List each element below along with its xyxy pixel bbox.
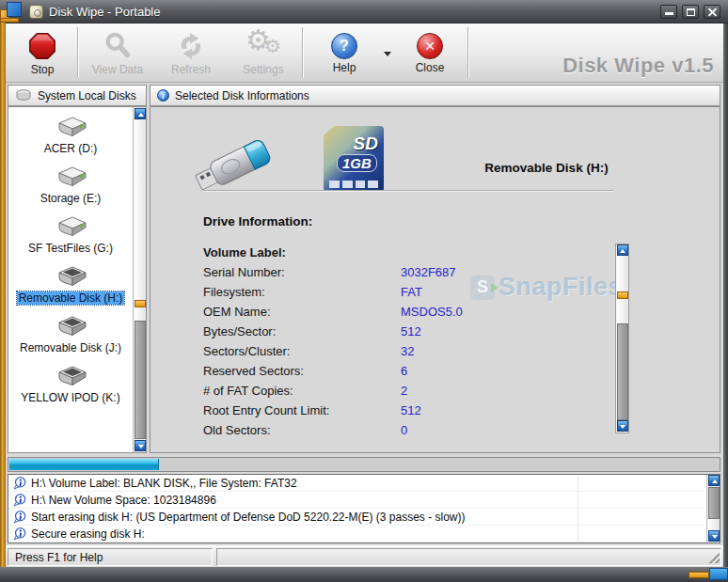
arrow-up-icon bbox=[620, 249, 625, 253]
drive-label: SF TestFiles (G:) bbox=[26, 242, 115, 255]
removable-drive-icon bbox=[50, 364, 91, 388]
field-label: Sectors/Cluster: bbox=[203, 344, 290, 358]
info-bubble-icon bbox=[13, 494, 26, 507]
drive-label: ACER (D:) bbox=[42, 142, 100, 155]
scroll-up-button[interactable] bbox=[708, 475, 720, 486]
log-entry[interactable]: Secure erasing disk H: bbox=[8, 526, 704, 543]
field-row-old-sectors: Old Sectors: 0 bbox=[203, 423, 613, 443]
close-label: Close bbox=[416, 61, 445, 74]
toolbar-separator bbox=[467, 27, 468, 78]
status-message-cell: Press F1 for Help bbox=[8, 548, 213, 566]
toolbar-separator bbox=[302, 27, 303, 78]
removable-drive-icon bbox=[50, 264, 91, 289]
field-value: 512 bbox=[401, 324, 421, 338]
log-scrollbar[interactable] bbox=[706, 475, 720, 543]
scrollbar-thumb[interactable] bbox=[708, 487, 720, 519]
activity-log[interactable]: H:\ Volume Label: BLANK DISK,, File Syst… bbox=[8, 474, 720, 543]
scrollbar-track bbox=[617, 299, 628, 323]
field-row-fat-copies: # of FAT Copies: 2 bbox=[203, 384, 613, 403]
drive-label: Removable Disk (J:) bbox=[18, 341, 123, 354]
field-label: Root Entry Count Limit: bbox=[203, 403, 329, 417]
title-bar: Disk Wipe - Portable bbox=[0, 0, 728, 24]
maximize-button[interactable] bbox=[682, 5, 699, 19]
log-entry[interactable]: H:\ New Volume Space: 1023184896 bbox=[8, 492, 704, 509]
drive-item-acer-d[interactable]: ACER (D:) bbox=[8, 109, 133, 159]
separator-line bbox=[203, 190, 613, 191]
snapfiles-logo: S bbox=[470, 275, 495, 300]
stop-icon bbox=[27, 31, 57, 61]
info-panel-scrollbar[interactable] bbox=[615, 244, 629, 433]
help-button[interactable]: Help bbox=[316, 26, 372, 80]
drive-item-removable-h[interactable]: Removable Disk (H:) bbox=[8, 259, 133, 308]
help-dropdown-button[interactable] bbox=[378, 42, 397, 65]
toolbar: Stop View Data Refresh ⚙⚙ Settings bbox=[6, 24, 723, 83]
field-value: MSDOS5.0 bbox=[401, 305, 463, 319]
field-label: Old Sectors: bbox=[203, 423, 271, 437]
system-local-disks-panel: ACER (D:) Storage (E:) bbox=[8, 106, 147, 453]
drive-item-removable-j[interactable]: Removable Disk (J:) bbox=[8, 308, 133, 358]
scrollbar-thumb[interactable] bbox=[135, 300, 146, 307]
drive-item-sf-testfiles-g[interactable]: SF TestFiles (G:) bbox=[8, 209, 133, 259]
log-entry-text: H:\ New Volume Space: 1023184896 bbox=[31, 494, 216, 507]
chevron-down-icon bbox=[384, 52, 391, 56]
selected-disk-title: Removable Disk (H:) bbox=[429, 161, 664, 175]
settings-label: Settings bbox=[243, 63, 283, 76]
log-entry-text: H:\ Volume Label: BLANK DISK,, File Syst… bbox=[31, 477, 297, 490]
close-app-button[interactable]: Close bbox=[404, 26, 456, 80]
log-entry[interactable]: Start erasing disk H: (US Department of … bbox=[8, 509, 704, 526]
field-row-bytes-sector: Bytes/Sector: 512 bbox=[203, 324, 613, 344]
refresh-button[interactable]: Refresh bbox=[158, 26, 224, 80]
info-icon bbox=[157, 89, 169, 102]
status-text: Press F1 for Help bbox=[15, 551, 103, 564]
right-panel-header: Selected Disk Informations bbox=[150, 85, 720, 106]
arrow-down-icon bbox=[138, 445, 144, 448]
app-version-text: Disk Wipe v1.5 bbox=[562, 54, 714, 78]
drive-item-storage-e[interactable]: Storage (E:) bbox=[8, 159, 133, 209]
field-row-oem-name: OEM Name: MSDOS5.0 bbox=[203, 305, 613, 324]
field-row-reserved-sectors: Reserved Sectors: 6 bbox=[203, 364, 613, 384]
scroll-down-button[interactable] bbox=[135, 440, 146, 451]
drive-item-yellow-ipod-k[interactable]: YELLOW IPOD (K:) bbox=[8, 358, 133, 408]
skin-corner-decoration bbox=[0, 0, 24, 24]
refresh-icon bbox=[176, 31, 206, 61]
sd-logo-text: SD bbox=[354, 134, 378, 154]
scrollbar-track bbox=[135, 120, 146, 300]
drive-label: Storage (E:) bbox=[39, 192, 103, 205]
usb-flash-drive-icon bbox=[192, 124, 290, 194]
left-panel-header: System Local Disks bbox=[8, 85, 147, 106]
window-title: Disk Wipe - Portable bbox=[49, 5, 160, 19]
field-label: # of FAT Copies: bbox=[203, 384, 293, 398]
snapfiles-watermark-text: SnapFiles bbox=[499, 273, 623, 302]
field-label: OEM Name: bbox=[203, 305, 271, 319]
drive-label: YELLOW IPOD (K:) bbox=[19, 391, 121, 404]
log-entry[interactable]: H:\ Volume Label: BLANK DISK,, File Syst… bbox=[8, 475, 704, 492]
status-bar: Press F1 for Help bbox=[6, 545, 723, 567]
scrollbar-thumb[interactable] bbox=[617, 291, 628, 299]
sd-card-icon: SD 1GB bbox=[324, 126, 384, 192]
refresh-label: Refresh bbox=[171, 63, 211, 76]
stop-button[interactable]: Stop bbox=[15, 26, 70, 80]
arrow-down-icon bbox=[620, 425, 625, 429]
field-label: Reserved Sectors: bbox=[203, 364, 304, 378]
close-window-button[interactable] bbox=[704, 5, 720, 19]
minimize-button[interactable] bbox=[660, 5, 677, 19]
drive-label-selected: Removable Disk (H:) bbox=[17, 291, 125, 305]
snapfiles-watermark: S SnapFiles bbox=[470, 273, 623, 302]
removable-drive-icon bbox=[50, 314, 91, 338]
app-icon bbox=[29, 5, 43, 19]
status-empty-cell bbox=[216, 548, 721, 566]
wipe-progress-bar bbox=[8, 457, 720, 472]
scroll-up-button[interactable] bbox=[617, 244, 628, 256]
scroll-down-button[interactable] bbox=[708, 530, 720, 542]
left-panel-header-label: System Local Disks bbox=[38, 89, 136, 102]
info-bubble-icon bbox=[13, 511, 26, 524]
scroll-down-button[interactable] bbox=[617, 420, 628, 432]
settings-button[interactable]: ⚙⚙ Settings bbox=[232, 26, 294, 80]
view-data-button[interactable]: View Data bbox=[84, 26, 151, 80]
log-entry-text: Secure erasing disk H: bbox=[31, 527, 145, 541]
arrow-up-icon bbox=[712, 480, 718, 483]
field-value: 32 bbox=[401, 344, 414, 358]
drive-list-scrollbar[interactable] bbox=[133, 107, 146, 452]
minimize-icon bbox=[665, 12, 673, 15]
scroll-up-button[interactable] bbox=[135, 108, 146, 119]
